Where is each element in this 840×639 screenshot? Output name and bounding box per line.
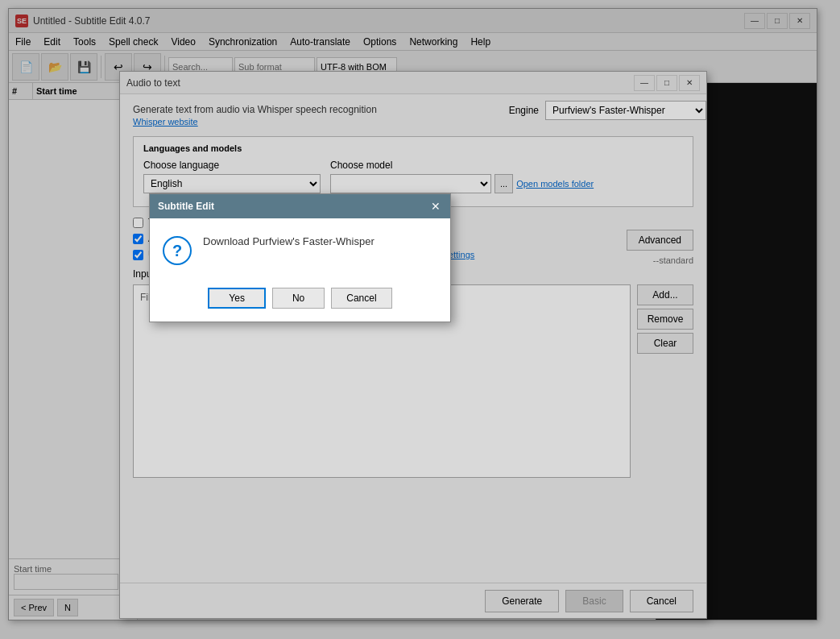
modal-cancel-btn[interactable]: Cancel xyxy=(331,288,391,309)
modal-question-icon: ? xyxy=(163,236,192,265)
modal-footer: Yes No Cancel xyxy=(150,281,450,322)
modal-no-btn[interactable]: No xyxy=(272,288,325,309)
confirm-modal: Subtitle Edit ✕ ? Download Purfview's Fa… xyxy=(149,193,451,322)
modal-close-btn[interactable]: ✕ xyxy=(429,200,442,213)
modal-title-bar: Subtitle Edit ✕ xyxy=(150,194,450,218)
modal-body: ? Download Purfview's Faster-Whisper xyxy=(150,218,450,281)
modal-yes-btn[interactable]: Yes xyxy=(208,288,266,309)
modal-title: Subtitle Edit xyxy=(158,201,429,212)
modal-message: Download Purfview's Faster-Whisper xyxy=(203,234,437,249)
